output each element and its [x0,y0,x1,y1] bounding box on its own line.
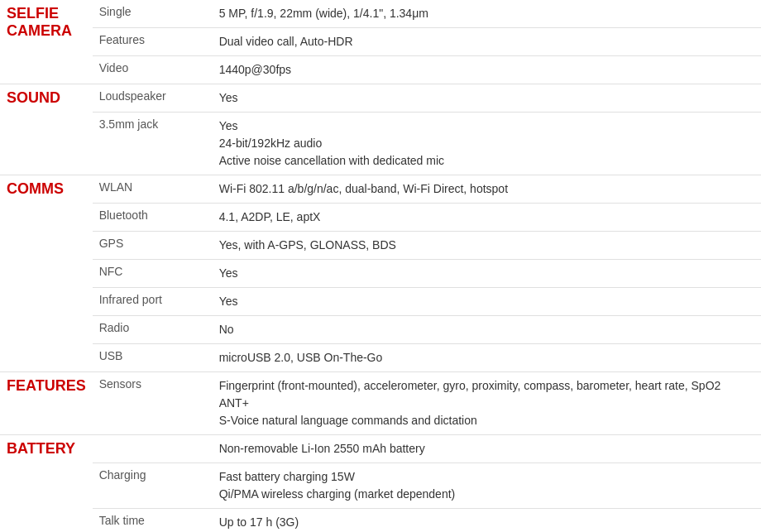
table-row: GPSYes, with A-GPS, GLONASS, BDS [0,232,761,260]
spec-label: NFC [93,260,213,288]
spec-value: 5 MP, f/1.9, 22mm (wide), 1/4.1", 1.34μm [213,0,761,28]
spec-label: Bluetooth [93,204,213,232]
section-label: COMMS [0,175,93,372]
spec-value: Wi-Fi 802.11 a/b/g/n/ac, dual-band, Wi-F… [213,175,761,204]
section-label: FEATURES [0,372,93,435]
table-row: USBmicroUSB 2.0, USB On-The-Go [0,344,761,372]
spec-label: Charging [93,463,213,509]
table-row: SOUNDLoudspeakerYes [0,84,761,113]
section-label: SOUND [0,84,93,175]
table-row: RadioNo [0,316,761,344]
spec-value: Yes24-bit/192kHz audioActive noise cance… [213,113,761,175]
spec-label: Single [93,0,213,28]
spec-label: Video [93,56,213,84]
table-row: NFCYes [0,260,761,288]
spec-label: Infrared port [93,288,213,316]
spec-value: 4.1, A2DP, LE, aptX [213,204,761,232]
spec-value: Fast battery charging 15WQi/PMA wireless… [213,463,761,509]
table-row: FeaturesDual video call, Auto-HDR [0,28,761,56]
spec-label: Loudspeaker [93,84,213,113]
spec-value: Yes [213,260,761,288]
spec-label: USB [93,344,213,372]
spec-value: Dual video call, Auto-HDR [213,28,761,56]
spec-value: Fingerprint (front-mounted), acceleromet… [213,372,761,435]
spec-value: 1440p@30fps [213,56,761,84]
section-label: BATTERY [0,435,93,533]
spec-label: Features [93,28,213,56]
spec-value: Yes, with A-GPS, GLONASS, BDS [213,232,761,260]
spec-value: Yes [213,84,761,113]
table-row: BATTERYNon-removable Li-Ion 2550 mAh bat… [0,435,761,463]
section-label: SELFIE CAMERA [0,0,93,84]
spec-value: Non-removable Li-Ion 2550 mAh battery [213,435,761,463]
spec-label: 3.5mm jack [93,113,213,175]
spec-table: SELFIE CAMERASingle5 MP, f/1.9, 22mm (wi… [0,0,761,532]
spec-label: Radio [93,316,213,344]
table-row: Infrared portYes [0,288,761,316]
table-row: COMMSWLANWi-Fi 802.11 a/b/g/n/ac, dual-b… [0,175,761,204]
table-row: SELFIE CAMERASingle5 MP, f/1.9, 22mm (wi… [0,0,761,28]
spec-value: No [213,316,761,344]
table-row: Talk timeUp to 17 h (3G) [0,509,761,533]
table-row: 3.5mm jackYes24-bit/192kHz audioActive n… [0,113,761,175]
spec-value: microUSB 2.0, USB On-The-Go [213,344,761,372]
spec-label: GPS [93,232,213,260]
table-row: Video1440p@30fps [0,56,761,84]
table-row: Bluetooth4.1, A2DP, LE, aptX [0,204,761,232]
spec-label: Sensors [93,372,213,435]
spec-label: Talk time [93,509,213,533]
table-row: FEATURESSensorsFingerprint (front-mounte… [0,372,761,435]
table-row: ChargingFast battery charging 15WQi/PMA … [0,463,761,509]
spec-label [93,435,213,463]
spec-label: WLAN [93,175,213,204]
spec-value: Up to 17 h (3G) [213,509,761,533]
spec-value: Yes [213,288,761,316]
